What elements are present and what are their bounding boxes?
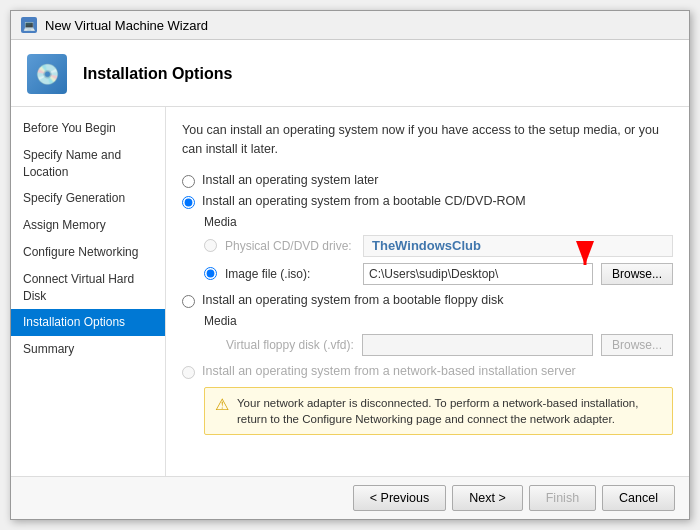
radio-install-later[interactable] [182,175,195,188]
option-network[interactable]: Install an operating system from a netwo… [182,364,673,379]
page-title: Installation Options [83,65,232,83]
iso-path-input[interactable] [363,263,593,285]
cancel-button[interactable]: Cancel [602,485,675,511]
wizard-window: 💻 New Virtual Machine Wizard 💿 Installat… [10,10,690,520]
vfd-label: Virtual floppy disk (.vfd): [204,338,354,352]
iso-row: Image file (.iso): Browse... [204,263,673,285]
warning-icon: ⚠ [215,395,229,414]
header-area: 💿 Installation Options [11,40,689,107]
content-description: You can install an operating system now … [182,121,673,159]
sidebar-item-generation[interactable]: Specify Generation [11,185,165,212]
radio-floppy-label: Install an operating system from a boota… [202,293,504,307]
radio-install-later-label: Install an operating system later [202,173,378,187]
media-title-cdrom: Media [204,215,673,229]
previous-button[interactable]: < Previous [353,485,446,511]
network-warning-box: ⚠ Your network adapter is disconnected. … [204,387,673,435]
title-bar-text: New Virtual Machine Wizard [45,18,208,33]
physical-drive-row: Physical CD/DVD drive: TheWindowsClub [204,235,673,257]
option-cdrom[interactable]: Install an operating system from a boota… [182,194,673,209]
sidebar-item-memory[interactable]: Assign Memory [11,212,165,239]
title-bar: 💻 New Virtual Machine Wizard [11,11,689,40]
header-icon: 💿 [27,54,67,94]
radio-floppy[interactable] [182,295,195,308]
main-layout: Before You Begin Specify Name and Locati… [11,107,689,476]
iso-label: Image file (.iso): [225,267,355,281]
browse-iso-button[interactable]: Browse... [601,263,673,285]
vfd-row: Virtual floppy disk (.vfd): Browse... [204,334,673,356]
radio-cdrom-label: Install an operating system from a boota… [202,194,526,208]
sidebar-item-hard-disk[interactable]: Connect Virtual Hard Disk [11,266,165,310]
warning-text: Your network adapter is disconnected. To… [237,395,662,427]
radio-network[interactable] [182,366,195,379]
option-install-later[interactable]: Install an operating system later [182,173,673,188]
radio-cdrom[interactable] [182,196,195,209]
next-button[interactable]: Next > [452,485,522,511]
finish-button[interactable]: Finish [529,485,596,511]
sidebar-item-name-location[interactable]: Specify Name and Location [11,142,165,186]
sidebar-item-before-you-begin[interactable]: Before You Begin [11,115,165,142]
window-icon: 💻 [21,17,37,33]
sidebar: Before You Begin Specify Name and Locati… [11,107,166,476]
sidebar-item-summary[interactable]: Summary [11,336,165,363]
radio-physical-drive[interactable] [204,239,217,252]
content-area: You can install an operating system now … [166,107,689,476]
sidebar-item-installation-options[interactable]: Installation Options [11,309,165,336]
physical-drive-watermark-area: TheWindowsClub [363,235,673,257]
watermark-text: TheWindowsClub [372,238,481,253]
sidebar-item-networking[interactable]: Configure Networking [11,239,165,266]
cdrom-media-section: Media Physical CD/DVD drive: TheWindowsC… [204,215,673,285]
option-floppy[interactable]: Install an operating system from a boota… [182,293,673,308]
radio-iso[interactable] [204,267,217,280]
vfd-path-input[interactable] [362,334,593,356]
media-title-floppy: Media [204,314,673,328]
physical-drive-label: Physical CD/DVD drive: [225,239,355,253]
floppy-media-section: Media Virtual floppy disk (.vfd): Browse… [204,314,673,356]
browse-vfd-button[interactable]: Browse... [601,334,673,356]
radio-network-label: Install an operating system from a netwo… [202,364,576,378]
footer: < Previous Next > Finish Cancel [11,476,689,519]
